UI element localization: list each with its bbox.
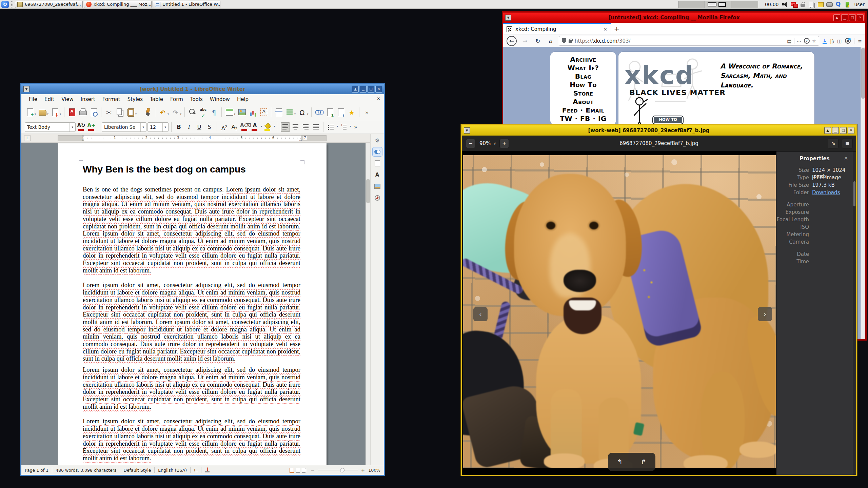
zoom-slider[interactable] <box>318 470 358 470</box>
align-left-button[interactable] <box>281 122 290 132</box>
zoom-out-icon[interactable]: − <box>311 467 315 473</box>
menu-edit[interactable]: Edit <box>41 95 58 103</box>
new-style-button[interactable]: A+ <box>87 122 96 132</box>
menu-styles[interactable]: Styles <box>124 95 146 103</box>
redo-button[interactable]: ↷▾ <box>170 106 182 118</box>
horizontal-ruler[interactable]: L ▽ △ △ 1234567 <box>21 134 384 143</box>
bold-button[interactable]: B <box>174 122 183 132</box>
print-preview-button[interactable] <box>88 106 99 118</box>
document-paragraph[interactable]: Lorem ipsum dolor sit amet, consectetur … <box>83 366 300 410</box>
previous-image-button[interactable]: ‹ <box>473 307 488 321</box>
image-display-area[interactable] <box>462 151 776 475</box>
page-actions-icon[interactable]: ⋯ <box>797 38 802 44</box>
highlight-color-button[interactable] <box>263 122 272 132</box>
menu-table[interactable]: Table <box>146 95 166 103</box>
insert-table-button[interactable]: ▾ <box>224 106 236 118</box>
menu-help[interactable]: Help <box>234 95 252 103</box>
sidebar-navigator-icon[interactable] <box>373 194 382 202</box>
menu-insert[interactable]: Insert <box>77 95 99 103</box>
zoom-percent[interactable]: 100% <box>368 468 380 473</box>
taskbar-button[interactable]: xkcd: Compiling ___ Moz... <box>84 1 152 8</box>
sidebar-properties-icon[interactable] <box>373 147 382 156</box>
copy-button[interactable] <box>115 106 125 118</box>
single-page-view-icon[interactable] <box>290 468 294 473</box>
document-paragraph[interactable]: Lorem ipsum dolor sit amet, consectetur … <box>83 418 300 462</box>
menu-hamburger-icon[interactable]: ≡ <box>858 38 862 44</box>
lock-icon[interactable] <box>569 40 572 43</box>
scrollbar-thumb[interactable] <box>366 179 370 203</box>
find-replace-button[interactable] <box>187 106 197 118</box>
insert-textbox-button[interactable] <box>258 106 269 118</box>
bookmark-star-icon[interactable]: ☆ <box>812 38 816 44</box>
document-body[interactable]: Ben is one of the dogs sometimes present… <box>83 186 300 465</box>
shade-button[interactable]: ▲ <box>824 127 831 134</box>
align-center-button[interactable] <box>291 122 300 132</box>
volume-icon[interactable] <box>782 1 788 7</box>
zoom-in-button[interactable]: + <box>499 139 509 148</box>
book-view-icon[interactable] <box>302 468 306 473</box>
sidebar-gallery-icon[interactable] <box>373 182 382 191</box>
document-page[interactable]: Why Ben is the best dog on campus Ben is… <box>58 143 327 465</box>
xkcd-nav-link[interactable]: Archive <box>550 55 616 64</box>
window-menu-icon[interactable]: ▼ <box>464 127 470 134</box>
open-button[interactable]: ▾ <box>37 106 49 118</box>
battery-icon[interactable] <box>844 1 850 7</box>
font-name-select[interactable]: Liberation Se▾ <box>102 122 146 132</box>
maximize-button[interactable]: □ <box>840 127 847 134</box>
save-button[interactable]: ▾ <box>50 106 62 118</box>
firefox-titlebar[interactable]: ▼ [untrusted] xkcd: Compiling __ Mozilla… <box>503 13 865 23</box>
lock-icon[interactable] <box>800 1 806 7</box>
italic-button[interactable]: I <box>184 122 194 132</box>
close-button[interactable]: ✕ <box>375 86 382 93</box>
menu-window[interactable]: Window <box>206 95 233 103</box>
new-tab-button[interactable]: + <box>611 23 623 35</box>
superscript-button[interactable]: A2 <box>220 122 229 132</box>
xkcd-nav-link[interactable]: What If? <box>550 64 616 72</box>
insert-field-button[interactable]: ▾ <box>284 106 296 118</box>
forward-button[interactable]: → <box>520 36 530 46</box>
document-canvas[interactable]: Why Ben is the best dog on campus Ben is… <box>21 143 366 465</box>
close-button[interactable]: ✕ <box>857 14 864 21</box>
underline-button[interactable]: U <box>195 122 204 132</box>
zoom-in-icon[interactable]: + <box>361 467 365 473</box>
disk-icon[interactable] <box>826 1 832 7</box>
home-button[interactable]: ⌂ <box>546 36 555 46</box>
cut-button[interactable]: ✂ <box>104 106 114 118</box>
xkcd-nav-link[interactable]: Blag <box>550 72 616 81</box>
print-button[interactable] <box>78 106 88 118</box>
zoom-level[interactable]: 90% <box>479 140 491 146</box>
minimize-button[interactable]: ▁ <box>360 86 367 93</box>
viewer-menu-icon[interactable]: ≡ <box>842 139 853 148</box>
indent-marker-left2[interactable]: △ <box>82 138 84 141</box>
scrollbar-thumb[interactable] <box>853 181 855 206</box>
shade-button[interactable]: ▲ <box>833 14 840 21</box>
word-count[interactable]: 486 words, 3,098 characters <box>56 468 116 473</box>
sidebar-toggle-icon[interactable]: ◫ <box>837 38 842 44</box>
xkcd-nav-link[interactable]: How To <box>550 81 616 89</box>
more-button[interactable]: » <box>362 106 372 118</box>
scrollbar-thumb[interactable] <box>861 48 865 99</box>
maximize-button[interactable]: □ <box>849 14 856 21</box>
property-value[interactable]: Downloads <box>812 189 840 197</box>
workspace-1[interactable] <box>678 1 705 8</box>
document-paragraph[interactable]: Lorem ipsum dolor sit amet, consectetur … <box>83 281 300 362</box>
sidebar-page-icon[interactable] <box>373 159 382 168</box>
reader-mode-icon[interactable]: ▤ <box>787 38 791 44</box>
reload-button[interactable]: ↻ <box>533 36 542 46</box>
clone-formatting-button[interactable] <box>142 106 153 118</box>
shade-button[interactable]: ▲ <box>352 86 359 93</box>
paragraph-style-select[interactable]: Text Body▾ <box>25 122 76 132</box>
viewer-titlebar[interactable]: ▼ [work-web] 6968727080_29ecef8af7_b.jpg… <box>462 125 856 136</box>
strikethrough-button[interactable]: S <box>205 122 214 132</box>
clipboard-icon[interactable] <box>808 1 815 7</box>
menu-file[interactable]: File <box>25 95 41 103</box>
browser-scrollbar[interactable] <box>861 47 865 339</box>
window-menu-icon[interactable]: ▼ <box>23 86 29 92</box>
workspace-2[interactable] <box>705 1 731 8</box>
tracking-shield-icon[interactable] <box>562 38 566 43</box>
numbered-list-button[interactable] <box>339 122 348 132</box>
sidebar-styles-icon[interactable]: A <box>373 170 382 179</box>
insert-hyperlink-button[interactable] <box>314 106 324 118</box>
close-panel-icon[interactable]: ✕ <box>844 156 848 161</box>
next-image-button[interactable]: › <box>758 307 772 321</box>
